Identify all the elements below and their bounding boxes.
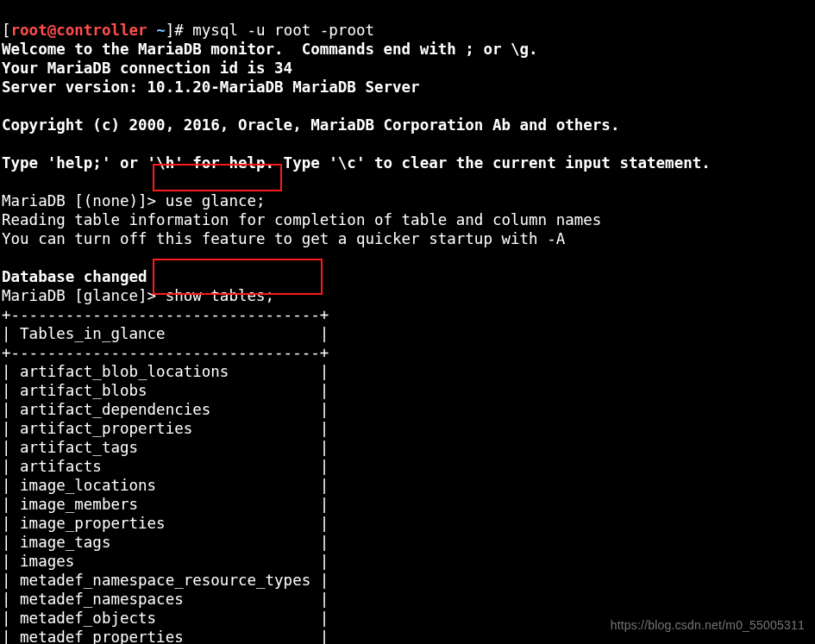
- table-row: | image_properties |: [2, 515, 329, 532]
- mariadb-prompt-none: MariaDB [(none)]>: [2, 192, 166, 209]
- reading-info-line: You can turn off this feature to get a q…: [2, 230, 565, 247]
- table-header: | Tables_in_glance |: [2, 325, 329, 342]
- sql-command-show: show tables;: [166, 287, 274, 304]
- sql-line-show: MariaDB [glance]> show tables;: [2, 287, 274, 304]
- table-row: | metadef_objects |: [2, 610, 329, 627]
- prompt-user-host: root@controller: [11, 22, 147, 39]
- shell-command: mysql -u root -proot: [192, 22, 374, 39]
- prompt-cwd: ~: [156, 22, 166, 39]
- table-row: | metadef_namespace_resource_types |: [2, 572, 329, 589]
- table-row: | metadef_namespaces |: [2, 591, 329, 608]
- table-row: | artifact_dependencies |: [2, 401, 329, 418]
- table-row: | artifacts |: [2, 458, 329, 475]
- table-row: | image_locations |: [2, 477, 329, 494]
- bracket-open: [: [2, 22, 11, 39]
- table-row: | image_tags |: [2, 534, 329, 551]
- copyright-line: Copyright (c) 2000, 2016, Oracle, MariaD…: [2, 116, 619, 134]
- table-border: +----------------------------------+: [2, 306, 329, 323]
- welcome-line: Welcome to the MariaDB monitor. Commands…: [2, 41, 538, 58]
- table-row: | images |: [2, 553, 329, 570]
- bracket-close: ]#: [166, 22, 193, 39]
- terminal[interactable]: [root@controller ~]# mysql -u root -proo…: [0, 0, 815, 644]
- server-version-line: Server version: 10.1.20-MariaDB MariaDB …: [2, 78, 420, 96]
- database-changed-line: Database changed: [2, 268, 147, 285]
- table-row: | metadef_properties |: [2, 628, 329, 644]
- mariadb-prompt-glance: MariaDB [glance]>: [2, 287, 166, 304]
- line-prompt: [root@controller ~]# mysql -u root -proo…: [2, 22, 374, 39]
- prompt-sep: [147, 22, 157, 39]
- sql-line-use: MariaDB [(none)]> use glance;: [2, 192, 266, 209]
- help-line: Type 'help;' or '\h' for help. Type '\c'…: [2, 154, 711, 172]
- table-row: | artifact_blob_locations |: [2, 363, 329, 380]
- connection-id-line: Your MariaDB connection id is 34: [2, 59, 292, 77]
- table-border: +----------------------------------+: [2, 344, 329, 361]
- reading-info-line: Reading table information for completion…: [2, 211, 601, 228]
- table-row: | artifact_properties |: [2, 420, 329, 437]
- table-row: | artifact_blobs |: [2, 382, 329, 399]
- sql-command-use: use glance;: [166, 192, 266, 209]
- table-row: | image_members |: [2, 496, 329, 513]
- table-row: | artifact_tags |: [2, 439, 329, 456]
